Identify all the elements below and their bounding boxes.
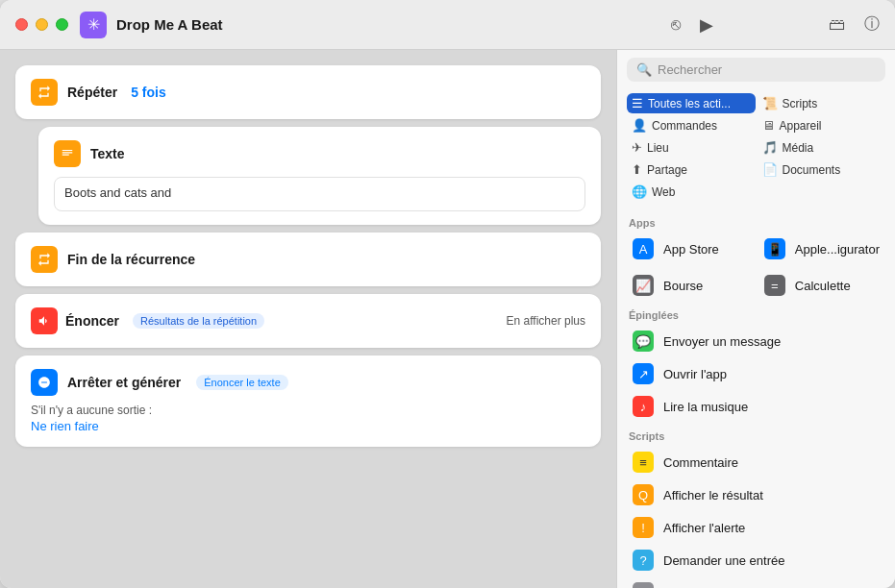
sidebar-item-calculette[interactable]: = Calculette xyxy=(757,269,887,302)
cat-media-icon: 🎵 xyxy=(762,140,778,155)
afficher-alerte-icon: ! xyxy=(633,517,654,538)
commentaire-label: Commentaire xyxy=(663,455,738,470)
cat-scripts-icon: 📜 xyxy=(762,96,778,110)
texte-header: Texte xyxy=(54,140,585,167)
close-button[interactable] xyxy=(15,18,28,31)
add-to-sidebar-button[interactable]: 🗃 xyxy=(829,15,845,35)
search-icon: 🔍 xyxy=(636,62,652,77)
enoncer-header: Énoncer Résultats de la répétition En af… xyxy=(31,307,585,334)
arreter-subtitle: S'il n'y a aucune sortie : xyxy=(31,404,585,417)
cat-toutes[interactable]: ☰ Toutes les acti... xyxy=(627,93,756,113)
cat-scripts-label: Scripts xyxy=(783,97,818,110)
enoncer-card: Énoncer Résultats de la répétition En af… xyxy=(15,294,601,348)
bourse-icon: 📈 xyxy=(633,275,654,296)
cat-web-label: Web xyxy=(652,185,675,199)
cat-commandes-icon: 👤 xyxy=(632,118,647,133)
sidebar-item-envoyer-message[interactable]: 💬 Envoyer un message xyxy=(625,325,887,357)
sidebar-item-bourse[interactable]: 📈 Bourse xyxy=(625,269,753,302)
sidebar-item-lire-musique[interactable]: ♪ Lire la musique xyxy=(625,390,887,423)
repeter-title: Répéter xyxy=(67,85,117,100)
cat-media[interactable]: 🎵 Média xyxy=(758,137,886,158)
envoyer-message-icon: 💬 xyxy=(633,331,654,352)
en-afficher-plus[interactable]: En afficher plus xyxy=(507,314,586,328)
title-bar-actions: ⎋ ▶ 🗃 ⓘ xyxy=(671,14,880,36)
sidebar-item-demander-entree[interactable]: ? Demander une entrée xyxy=(625,544,887,576)
app-store-icon: A xyxy=(633,238,654,259)
cat-appareil-label: Appareil xyxy=(780,119,822,133)
sidebar-item-afficher-alerte[interactable]: ! Afficher l'alerte xyxy=(625,511,887,544)
calculette-icon: = xyxy=(764,275,785,296)
window-title: Drop Me A Beat xyxy=(116,16,223,33)
apps-list: A App Store 📱 Apple...igurator 📈 Bourse … xyxy=(625,233,887,302)
cat-appareil-icon: 🖥 xyxy=(762,118,775,133)
texte-content[interactable]: Boots and cats and xyxy=(54,177,585,211)
sidebar-item-apple-igurator[interactable]: 📱 Apple...igurator xyxy=(757,233,887,265)
play-button[interactable]: ▶ xyxy=(700,14,713,36)
demander-entree-icon: ? xyxy=(633,550,654,571)
cat-toutes-label: Toutes les acti... xyxy=(648,97,731,110)
enoncer-left: Énoncer Résultats de la répétition xyxy=(31,307,264,334)
minimize-button[interactable] xyxy=(36,18,48,31)
texte-card: Texte Boots and cats and xyxy=(38,127,601,225)
enoncer-icon xyxy=(31,307,58,334)
lire-musique-label: Lire la musique xyxy=(663,400,748,414)
maximize-button[interactable] xyxy=(56,18,68,31)
cat-lieu[interactable]: ✈ Lieu xyxy=(627,137,756,158)
arreter-badge[interactable]: Énoncer le texte xyxy=(196,375,288,390)
cat-toutes-icon: ☰ xyxy=(632,96,643,110)
demander-entree-label: Demander une entrée xyxy=(663,553,784,568)
enoncer-badge[interactable]: Résultats de la répétition xyxy=(133,313,264,329)
lire-musique-icon: ♪ xyxy=(633,396,654,417)
sidebar-item-app-store[interactable]: A App Store xyxy=(625,233,753,265)
cat-documents-label: Documents xyxy=(783,163,841,177)
cat-commandes-label: Commandes xyxy=(652,119,717,133)
apple-igurator-icon: 📱 xyxy=(764,238,785,259)
cat-web[interactable]: 🌐 Web xyxy=(627,182,756,202)
repeter-icon xyxy=(31,79,58,106)
arreter-card: Arrêter et générer Énoncer le texte S'il… xyxy=(15,355,601,447)
envoyer-message-label: Envoyer un message xyxy=(663,334,781,349)
cat-partage[interactable]: ⬆ Partage xyxy=(627,159,756,180)
epingles-section-label: Épinglées xyxy=(625,302,887,325)
sidebar-item-commentaire[interactable]: ≡ Commentaire xyxy=(625,446,887,478)
search-placeholder: Rechercher xyxy=(658,62,722,77)
arreter-title: Arrêter et générer xyxy=(67,375,181,390)
sidebar-item-afficher-resultat[interactable]: Q Afficher le résultat xyxy=(625,478,887,511)
main-window: ✳ Drop Me A Beat ⎋ ▶ 🗃 ⓘ Répéter xyxy=(0,0,895,588)
apps-section-label: Apps xyxy=(625,209,887,233)
ouvrir-app-label: Ouvrir l'app xyxy=(663,367,727,381)
afficher-resultat-label: Afficher le résultat xyxy=(663,488,763,502)
arreter-header: Arrêter et générer Énoncer le texte xyxy=(31,369,585,396)
bourse-label: Bourse xyxy=(663,279,703,293)
repeter-times[interactable]: 5 fois xyxy=(131,85,166,100)
ne-rien-faire-link[interactable]: Ne rien faire xyxy=(31,419,585,433)
enoncer-title: Énoncer xyxy=(65,313,119,329)
cat-documents[interactable]: 📄 Documents xyxy=(758,159,886,180)
cat-web-icon: 🌐 xyxy=(632,184,647,199)
app-store-label: App Store xyxy=(663,242,719,257)
cat-appareil[interactable]: 🖥 Appareil xyxy=(758,115,886,135)
afficher-alerte-label: Afficher l'alerte xyxy=(663,521,745,535)
cat-lieu-icon: ✈ xyxy=(632,140,642,155)
compter-icon: Σ xyxy=(633,582,654,588)
commentaire-icon: ≡ xyxy=(633,452,654,473)
traffic-lights xyxy=(15,18,68,31)
afficher-resultat-icon: Q xyxy=(633,484,654,505)
cat-media-label: Média xyxy=(783,141,814,155)
fin-recurrence-header: Fin de la récurrence xyxy=(31,246,585,273)
info-button[interactable]: ⓘ xyxy=(864,14,880,35)
repeter-card: Répéter 5 fois xyxy=(15,65,601,119)
share-button[interactable]: ⎋ xyxy=(671,15,681,35)
main-content: Répéter 5 fois Texte Boots and cats and xyxy=(0,50,895,588)
ouvrir-app-icon: ↗ xyxy=(633,363,654,384)
search-bar[interactable]: 🔍 Rechercher xyxy=(627,58,885,82)
sidebar-item-compter[interactable]: Σ Compter xyxy=(625,576,887,588)
cat-partage-label: Partage xyxy=(647,163,687,177)
sidebar-item-ouvrir-app[interactable]: ↗ Ouvrir l'app xyxy=(625,357,887,390)
cat-scripts[interactable]: 📜 Scripts xyxy=(758,93,886,113)
cat-lieu-label: Lieu xyxy=(647,141,669,155)
sidebar: 🔍 Rechercher ☰ Toutes les acti... 📜 Scri… xyxy=(616,50,895,588)
workflow-panel: Répéter 5 fois Texte Boots and cats and xyxy=(0,50,616,588)
cat-commandes[interactable]: 👤 Commandes xyxy=(627,115,756,135)
title-bar: ✳ Drop Me A Beat ⎋ ▶ 🗃 ⓘ xyxy=(0,0,895,50)
